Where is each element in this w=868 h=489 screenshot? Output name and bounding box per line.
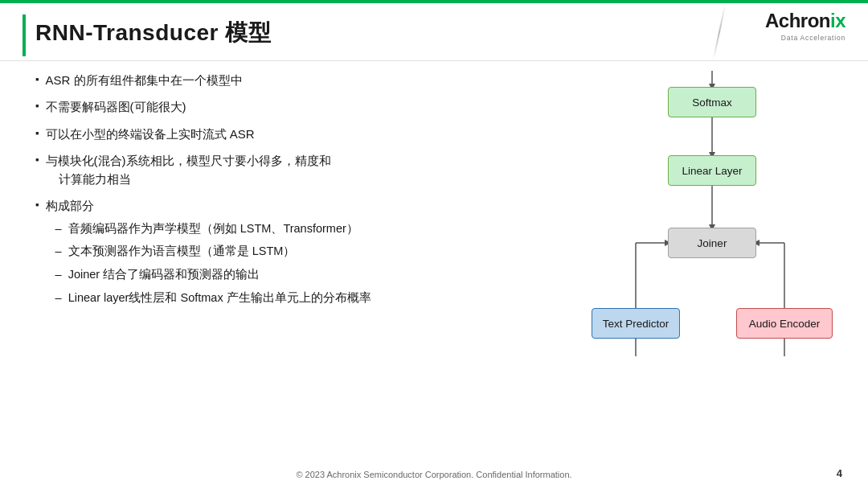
slash-divider <box>712 5 725 60</box>
list-item-text: ASR 的所有组件都集中在一个模型中 <box>46 71 243 89</box>
page-title: RNN-Transducer 模型 <box>35 18 271 48</box>
softmax-node: Softmax <box>668 87 756 117</box>
sub-list-item: Joiner 结合了编码器和预测器的输出 <box>55 266 371 284</box>
logo-a: A <box>765 10 779 31</box>
text-predictor-node: Text Predictor <box>592 308 680 339</box>
components-container: 构成部分 音频编码器作为声学模型（例如 LSTM、Transformer） 文本… <box>46 196 371 312</box>
sub-item-text: Joiner 结合了编码器和预测器的输出 <box>68 266 260 284</box>
logo: Achronix Data Acceleration <box>765 10 845 42</box>
joiner-label: Joiner <box>698 237 727 249</box>
list-item-text: 可以在小型的终端设备上实时流式 ASR <box>46 125 255 143</box>
sub-list: 音频编码器作为声学模型（例如 LSTM、Transformer） 文本预测器作为… <box>46 220 371 307</box>
bullet-list: ASR 的所有组件都集中在一个模型中 不需要解码器图(可能很大) 可以在小型的终… <box>35 71 550 313</box>
sub-list-item: Linear layer线性层和 Softmax 产生输出单元上的分布概率 <box>55 290 371 307</box>
diagram: Softmax Linear Layer Joiner Text Predict… <box>575 71 849 409</box>
content-area: ASR 的所有组件都集中在一个模型中 不需要解码器图(可能很大) 可以在小型的终… <box>35 71 550 321</box>
sub-list-item: 音频编码器作为声学模型（例如 LSTM、Transformer） <box>55 220 371 238</box>
list-item-text: 构成部分 <box>46 199 94 212</box>
list-item-text: 与模块化(混合)系统相比，模型尺寸要小得多，精度和 计算能力相当 <box>46 151 331 189</box>
sub-item-text: Linear layer线性层和 Softmax 产生输出单元上的分布概率 <box>68 290 371 307</box>
list-item: 不需要解码器图(可能很大) <box>35 97 550 116</box>
logo-brand: Achronix <box>765 10 845 32</box>
linear-layer-node: Linear Layer <box>668 155 756 186</box>
top-accent-bar <box>0 0 868 3</box>
sub-item-text: 音频编码器作为声学模型（例如 LSTM、Transformer） <box>68 220 358 238</box>
list-item-text: 不需要解码器图(可能很大) <box>46 97 186 116</box>
audio-encoder-label: Audio Encoder <box>749 318 821 330</box>
softmax-label: Softmax <box>692 97 732 109</box>
logo-tagline: Data Acceleration <box>781 34 845 42</box>
list-item: 可以在小型的终端设备上实时流式 ASR <box>35 125 550 143</box>
footer: © 2023 Achronix Semiconductor Corporatio… <box>0 470 868 479</box>
linear-layer-label: Linear Layer <box>682 165 742 177</box>
list-item: 与模块化(混合)系统相比，模型尺寸要小得多，精度和 计算能力相当 <box>35 151 550 189</box>
left-accent-bar <box>23 14 26 56</box>
header-divider <box>0 60 868 61</box>
sub-item-text: 文本预测器作为语言模型（通常是 LSTM） <box>68 243 296 261</box>
joiner-node: Joiner <box>668 228 756 258</box>
sub-list-item: 文本预测器作为语言模型（通常是 LSTM） <box>55 243 371 261</box>
footer-copyright: © 2023 Achronix Semiconductor Corporatio… <box>296 470 571 479</box>
list-item-components: 构成部分 音频编码器作为声学模型（例如 LSTM、Transformer） 文本… <box>35 196 550 312</box>
audio-encoder-node: Audio Encoder <box>736 308 833 339</box>
text-predictor-label: Text Predictor <box>603 318 669 330</box>
logo-ix: ix <box>830 10 845 31</box>
list-item: ASR 的所有组件都集中在一个模型中 <box>35 71 550 89</box>
logo-chron: chron <box>779 10 830 31</box>
page-number: 4 <box>837 467 842 479</box>
